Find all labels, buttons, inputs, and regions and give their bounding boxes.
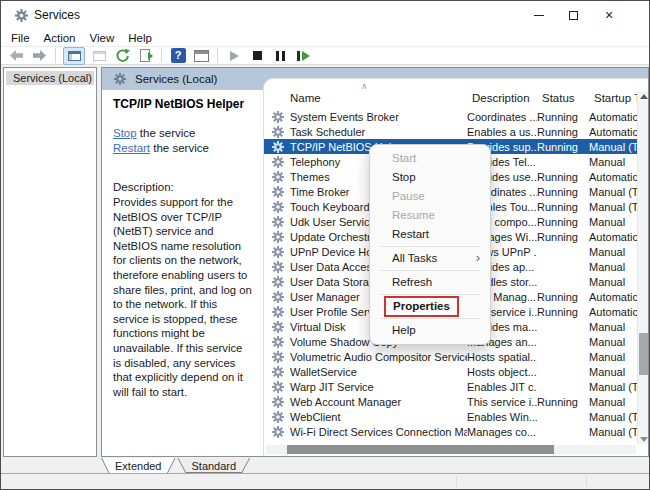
pause-service-icon[interactable] bbox=[271, 47, 289, 65]
table-row[interactable]: Task SchedulerEnables a us...RunningAuto… bbox=[264, 124, 648, 139]
cell-name: WalletService bbox=[285, 366, 467, 378]
cell-desc: Coordinates ... bbox=[467, 111, 537, 123]
forward-arrow-icon[interactable] bbox=[30, 47, 48, 65]
stop-service-line: Stop the service bbox=[113, 126, 252, 141]
menu-file[interactable]: File bbox=[4, 32, 37, 44]
restart-service-suffix: the service bbox=[150, 142, 209, 154]
service-gear-icon bbox=[264, 156, 285, 168]
horizontal-scrollbar[interactable] bbox=[266, 445, 636, 454]
service-gear-icon bbox=[264, 291, 285, 303]
scroll-down-button[interactable] bbox=[638, 434, 648, 444]
show-window-icon[interactable] bbox=[192, 47, 210, 65]
menu-separator bbox=[380, 318, 480, 319]
service-gear-icon bbox=[272, 126, 284, 138]
tab-extended[interactable]: Extended bbox=[101, 458, 175, 474]
context-menu-item-properties[interactable]: Properties bbox=[370, 297, 490, 316]
scroll-up-button[interactable] bbox=[638, 91, 648, 101]
service-gear-icon bbox=[264, 426, 285, 438]
service-gear-icon bbox=[264, 111, 285, 123]
status-bar bbox=[1, 473, 649, 489]
horizontal-scrollbar-thumb[interactable] bbox=[287, 445, 554, 454]
cell-status: Running bbox=[537, 231, 589, 243]
service-info-panel: TCP/IP NetBIOS Helper Stop the service R… bbox=[102, 90, 263, 456]
service-gear-icon bbox=[272, 216, 284, 228]
table-row[interactable]: Warp JIT ServiceEnables JIT c...Manual (… bbox=[264, 379, 648, 394]
description-text: Provides support for the NetBIOS over TC… bbox=[113, 195, 252, 399]
statusbar-divider bbox=[456, 476, 457, 487]
table-row[interactable]: WebClientEnables Win...Manual (T bbox=[264, 409, 648, 424]
column-header-name[interactable]: Name bbox=[290, 92, 321, 104]
close-button[interactable]: × bbox=[592, 1, 626, 29]
cell-desc: Manages co... bbox=[467, 426, 537, 438]
stop-service-icon[interactable] bbox=[248, 47, 266, 65]
menu-item-label: Restart bbox=[392, 225, 429, 244]
context-menu-item-help[interactable]: Help bbox=[370, 321, 490, 340]
show-console-tree-icon[interactable] bbox=[63, 47, 85, 65]
menu-item-label: Resume bbox=[392, 206, 435, 225]
context-menu-item-all-tasks[interactable]: All Tasks› bbox=[370, 249, 490, 268]
service-gear-icon bbox=[272, 321, 284, 333]
table-row[interactable]: Wi-Fi Direct Services Connection Mana...… bbox=[264, 424, 648, 439]
vertical-scrollbar-thumb[interactable] bbox=[639, 333, 648, 375]
service-gear-icon bbox=[264, 366, 285, 378]
context-menu: StartStopPauseResumeRestartAll Tasks›Ref… bbox=[369, 144, 491, 345]
help-icon[interactable] bbox=[169, 47, 187, 65]
titlebar[interactable]: Services × bbox=[1, 1, 649, 29]
toolbar bbox=[1, 46, 649, 65]
context-menu-item-restart[interactable]: Restart bbox=[370, 225, 490, 244]
service-gear-icon bbox=[272, 351, 284, 363]
service-gear-icon bbox=[264, 411, 285, 423]
menu-view[interactable]: View bbox=[83, 32, 122, 44]
services-app-icon bbox=[15, 9, 28, 24]
menu-help[interactable]: Help bbox=[121, 32, 159, 44]
back-arrow-icon[interactable] bbox=[7, 47, 25, 65]
service-gear-icon bbox=[264, 126, 285, 138]
context-menu-item-refresh[interactable]: Refresh bbox=[370, 273, 490, 292]
cell-desc: Hosts object... bbox=[467, 366, 537, 378]
sort-ascending-icon: ∧ bbox=[361, 81, 368, 91]
stop-service-link[interactable]: Stop bbox=[113, 127, 137, 139]
service-gear-icon bbox=[272, 186, 284, 198]
cell-status: Running bbox=[537, 291, 589, 303]
service-gear-icon bbox=[272, 426, 284, 438]
table-row[interactable]: WalletServiceHosts object...Manual bbox=[264, 364, 648, 379]
context-menu-item-start: Start bbox=[370, 149, 490, 168]
window-icon bbox=[90, 47, 108, 65]
service-gear-icon bbox=[264, 381, 285, 393]
menu-action[interactable]: Action bbox=[37, 32, 83, 44]
service-gear-icon bbox=[264, 246, 285, 258]
menu-item-label: Refresh bbox=[392, 273, 432, 292]
service-gear-icon bbox=[272, 306, 284, 318]
tab-standard[interactable]: Standard bbox=[177, 458, 250, 473]
table-row[interactable]: Web Account ManagerThis service i...Runn… bbox=[264, 394, 648, 409]
refresh-icon[interactable] bbox=[113, 47, 131, 65]
toolbar-separator bbox=[161, 48, 162, 63]
menu-item-label: Pause bbox=[392, 187, 425, 206]
column-header-description[interactable]: Description bbox=[472, 92, 530, 104]
restart-service-link[interactable]: Restart bbox=[113, 142, 150, 154]
tree-item-services-local[interactable]: Services (Local) bbox=[6, 71, 94, 85]
minimize-button[interactable] bbox=[522, 1, 556, 29]
cell-name: Warp JIT Service bbox=[285, 381, 467, 393]
vertical-scrollbar[interactable] bbox=[637, 91, 648, 444]
table-row[interactable]: Volumetric Audio Compositor ServiceHosts… bbox=[264, 349, 648, 364]
service-gear-icon bbox=[264, 141, 285, 153]
toolbar-separator bbox=[217, 48, 218, 63]
cell-name: Web Account Manager bbox=[285, 396, 467, 408]
taskpad-header-label: Services (Local) bbox=[135, 73, 217, 85]
cell-desc: This service i... bbox=[467, 396, 537, 408]
menu-item-label: Start bbox=[392, 149, 416, 168]
table-row[interactable]: System Events BrokerCoordinates ...Runni… bbox=[264, 109, 648, 124]
cell-name: System Events Broker bbox=[285, 111, 467, 123]
maximize-button[interactable] bbox=[556, 1, 590, 29]
console-tree-panel: Services (Local) bbox=[3, 67, 97, 457]
cell-desc: Enables JIT c... bbox=[467, 381, 537, 393]
service-gear-icon bbox=[272, 411, 284, 423]
export-list-icon[interactable] bbox=[136, 47, 154, 65]
column-header-status[interactable]: Status bbox=[542, 92, 575, 104]
context-menu-item-stop[interactable]: Stop bbox=[370, 168, 490, 187]
services-window: Services × File Action View Help bbox=[0, 0, 650, 490]
menu-item-label: Stop bbox=[392, 168, 416, 187]
restart-service-icon[interactable] bbox=[294, 47, 312, 65]
cell-name: Volumetric Audio Compositor Service bbox=[285, 351, 467, 363]
